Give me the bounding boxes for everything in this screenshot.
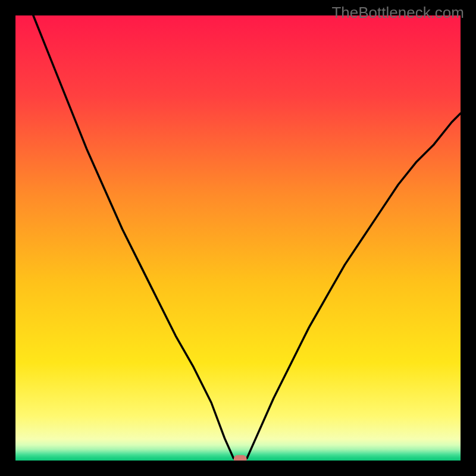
frame-bottom xyxy=(0,461,476,476)
frame-left xyxy=(0,0,15,476)
bottleneck-chart: TheBottleneck.com xyxy=(0,0,476,476)
plot-background xyxy=(15,15,461,461)
frame-right xyxy=(461,0,476,476)
frame-top xyxy=(0,0,476,15)
